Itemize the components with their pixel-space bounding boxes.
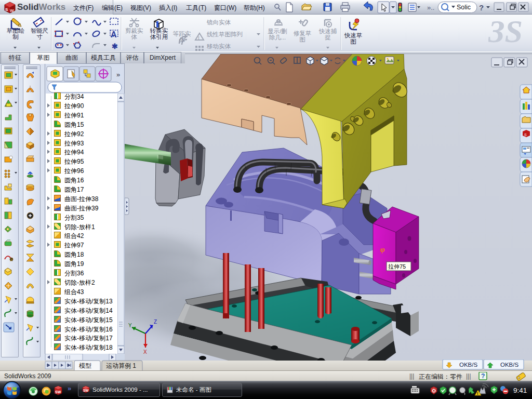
- svg-text:»: »: [68, 384, 71, 392]
- svg-text:!: !: [477, 391, 478, 396]
- svg-text:模型: 模型: [79, 362, 91, 369]
- svg-text:X: X: [143, 349, 147, 355]
- svg-text:Solic: Solic: [457, 4, 471, 11]
- svg-text:W: W: [10, 8, 14, 13]
- svg-text:»..: »..: [427, 4, 434, 11]
- svg-text:S: S: [524, 133, 527, 137]
- svg-text:SW: SW: [83, 389, 89, 392]
- svg-text:A: A: [111, 30, 117, 39]
- svg-text:φ: φ: [380, 245, 385, 254]
- svg-text:Y: Y: [128, 323, 132, 328]
- svg-text:✱: ✱: [112, 42, 118, 50]
- svg-text:!: !: [198, 35, 200, 41]
- svg-text:S: S: [5, 7, 8, 12]
- svg-text:x: x: [10, 257, 12, 262]
- svg-text:OKB/S: OKB/S: [500, 362, 518, 368]
- svg-text:拉伸75: 拉伸75: [388, 263, 406, 270]
- svg-text:?: ?: [479, 3, 484, 12]
- svg-text:SW: SW: [55, 390, 61, 394]
- svg-text:»: »: [116, 71, 120, 78]
- svg-text:?: ?: [481, 373, 485, 380]
- svg-text:运动算例 1: 运动算例 1: [106, 362, 136, 369]
- svg-text:Z: Z: [154, 319, 157, 325]
- svg-text:9:41: 9:41: [513, 387, 527, 394]
- svg-text:OKB/S: OKB/S: [459, 362, 477, 368]
